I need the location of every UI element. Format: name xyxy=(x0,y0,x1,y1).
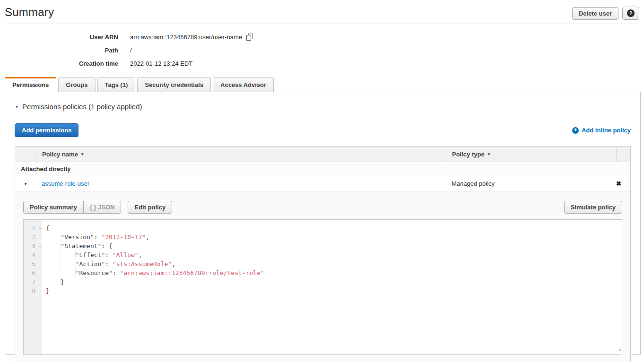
creation-time-value: 2022-01-12 13:24 EDT xyxy=(130,60,192,67)
path-label: Path xyxy=(0,47,118,54)
code-line: "Effect": "Allow", xyxy=(46,250,622,259)
add-inline-policy-label: Add inline policy xyxy=(582,127,631,134)
tab-bar: Permissions Groups Tags (1) Security cre… xyxy=(5,77,644,92)
page-header: Summary Delete user ? xyxy=(0,0,644,24)
editor-resize-handle[interactable] xyxy=(616,345,621,354)
policy-name-link[interactable]: assume-role-user xyxy=(42,180,89,187)
line-number: 6 xyxy=(32,269,35,276)
permissions-toolbar: Add permissions + Add inline policy xyxy=(15,123,631,137)
permissions-policies-section-header[interactable]: ▾ Permissions policies (1 policy applied… xyxy=(15,103,631,117)
plus-circle-icon: + xyxy=(572,127,579,134)
policy-type-cell: Managed policy xyxy=(446,180,616,187)
policy-table-header: Policy name ▾ Policy type ▾ xyxy=(15,147,630,162)
fold-caret-icon[interactable]: ▾ xyxy=(39,224,41,233)
header-expand-cell xyxy=(15,147,36,162)
edit-policy-button[interactable]: Edit policy xyxy=(128,201,172,214)
tab-security-credentials[interactable]: Security credentials xyxy=(137,77,211,92)
tab-groups[interactable]: Groups xyxy=(58,77,95,92)
user-arn-label: User ARN xyxy=(0,34,118,41)
policy-name-header-label: Policy name xyxy=(42,151,78,158)
path-value: / xyxy=(130,47,132,54)
user-arn-row: User ARN arn:aws:iam::123456789:user/use… xyxy=(0,30,644,43)
permissions-panel: ▾ Permissions policies (1 policy applied… xyxy=(5,92,641,355)
line-number: 4 xyxy=(32,251,35,259)
attached-directly-group-row: Attached directly xyxy=(15,162,630,176)
code-line: "Statement": { xyxy=(46,241,622,250)
header-actions-cell xyxy=(616,147,630,162)
policy-detail-area: Policy summary { } JSON Edit policy Simu… xyxy=(15,191,630,362)
policy-type-header-label: Policy type xyxy=(452,151,485,158)
line-number: 1 xyxy=(32,224,35,232)
help-button[interactable]: ? xyxy=(622,7,639,20)
add-permissions-button[interactable]: Add permissions xyxy=(15,123,78,137)
gutter-line: 1▾ xyxy=(24,224,42,233)
user-arn-value: arn:aws:iam::123456789:user/user-name xyxy=(130,34,253,41)
json-editor[interactable]: 1▾23▾45678 { "Version": "2012-10-17", "S… xyxy=(23,219,622,355)
line-number: 7 xyxy=(32,278,35,285)
fold-caret-icon[interactable]: ▾ xyxy=(39,242,41,251)
section-title: Permissions policies (1 policy applied) xyxy=(22,103,142,111)
policy-name-column-header[interactable]: Policy name ▾ xyxy=(36,147,446,162)
gutter-line: 6 xyxy=(24,268,42,277)
policy-table: Policy name ▾ Policy type ▾ Attached dir… xyxy=(15,146,631,362)
policy-view-toolbar: Policy summary { } JSON Edit policy Simu… xyxy=(23,201,622,214)
code-line: { xyxy=(46,224,622,233)
editor-gutter: 1▾23▾45678 xyxy=(24,220,42,354)
tab-access-advisor[interactable]: Access Advisor xyxy=(213,77,274,92)
add-inline-policy-link[interactable]: + Add inline policy xyxy=(572,127,631,134)
sort-caret-icon: ▾ xyxy=(488,152,490,156)
tab-permissions[interactable]: Permissions xyxy=(5,77,56,93)
gutter-line: 2 xyxy=(24,233,42,241)
header-actions: Delete user ? xyxy=(572,6,639,20)
delete-user-button[interactable]: Delete user xyxy=(572,7,618,20)
detach-policy-x-icon[interactable]: ✖ xyxy=(616,180,630,187)
gutter-line: 3▾ xyxy=(24,241,42,250)
creation-time-row: Creation time 2022-01-12 13:24 EDT xyxy=(0,57,644,70)
code-line: "Version": "2012-10-17", xyxy=(46,233,622,241)
page-title: Summary xyxy=(5,6,54,19)
line-number: 3 xyxy=(32,242,35,250)
code-line: } xyxy=(46,277,622,286)
json-view-button[interactable]: { } JSON xyxy=(83,201,122,214)
tab-tags[interactable]: Tags (1) xyxy=(97,77,136,92)
section-collapse-icon: ▾ xyxy=(16,104,18,109)
policy-view-toggle-group: Policy summary { } JSON xyxy=(23,201,121,214)
user-arn-text: arn:aws:iam::123456789:user/user-name xyxy=(130,34,242,41)
policy-table-row: ▾ assume-role-user Managed policy ✖ xyxy=(15,176,630,191)
code-line: "Action": "sts:AssumeRole", xyxy=(46,259,622,268)
line-number: 8 xyxy=(32,287,35,294)
creation-time-label: Creation time xyxy=(0,60,118,67)
policy-name-cell: assume-role-user xyxy=(36,180,446,187)
gutter-line: 7 xyxy=(24,277,42,286)
line-number: 5 xyxy=(32,260,35,267)
editor-code[interactable]: { "Version": "2012-10-17", "Statement": … xyxy=(42,220,622,354)
sort-caret-icon: ▾ xyxy=(81,152,84,156)
gutter-line: 5 xyxy=(24,259,42,268)
policy-type-column-header[interactable]: Policy type ▾ xyxy=(446,147,616,162)
gutter-line: 8 xyxy=(24,286,42,295)
row-expand-caret-icon[interactable]: ▾ xyxy=(15,181,36,186)
header-divider xyxy=(5,24,639,24)
user-details: User ARN arn:aws:iam::123456789:user/use… xyxy=(0,30,644,70)
copy-icon[interactable] xyxy=(246,34,253,41)
policy-summary-button[interactable]: Policy summary xyxy=(23,201,84,214)
code-line: "Resource": "arn:aws:iam::123456789:role… xyxy=(46,268,622,277)
policy-view-left-buttons: Policy summary { } JSON Edit policy xyxy=(23,201,172,214)
code-line: } xyxy=(46,286,622,295)
path-row: Path / xyxy=(0,43,644,57)
simulate-policy-button[interactable]: Simulate policy xyxy=(564,201,622,214)
line-number: 2 xyxy=(32,233,35,241)
gutter-line: 4 xyxy=(24,250,42,259)
help-icon: ? xyxy=(627,9,635,17)
